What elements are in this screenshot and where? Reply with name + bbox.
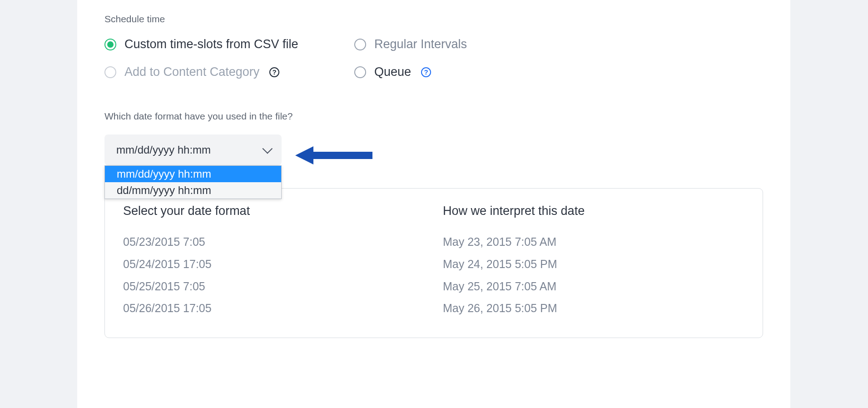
preview-interpreted-row: May 26, 2015 5:05 PM bbox=[443, 297, 744, 319]
chevron-down-icon bbox=[263, 144, 273, 154]
radio-queue[interactable]: Queue ? bbox=[354, 65, 763, 79]
arrow-left-icon bbox=[295, 145, 372, 165]
date-format-preview: Select your date format 05/23/2015 7:05 … bbox=[104, 188, 763, 338]
arrow-annotation bbox=[295, 145, 372, 165]
preview-col2-header: How we interpret this date bbox=[443, 204, 744, 218]
date-format-question: Which date format have you used in the f… bbox=[104, 111, 763, 122]
svg-marker-0 bbox=[295, 146, 372, 164]
radio-custom-csv[interactable]: Custom time-slots from CSV file bbox=[104, 37, 354, 51]
preview-interpreted-row: May 25, 2015 7:05 AM bbox=[443, 275, 744, 298]
dropdown-option[interactable]: mm/dd/yyyy hh:mm bbox=[105, 166, 281, 182]
date-format-dropdown[interactable]: mm/dd/yyyy hh:mm bbox=[104, 134, 282, 165]
radio-icon bbox=[354, 66, 366, 78]
radio-icon bbox=[354, 39, 366, 50]
schedule-card: Schedule time Custom time-slots from CSV… bbox=[77, 0, 790, 408]
preview-input-row: 05/23/2015 7:05 bbox=[123, 231, 425, 253]
radio-label: Regular Intervals bbox=[374, 37, 467, 51]
help-icon[interactable]: ? bbox=[269, 67, 279, 77]
dropdown-selected-value: mm/dd/yyyy hh:mm bbox=[116, 144, 211, 156]
preview-interpreted-row: May 23, 2015 7:05 AM bbox=[443, 231, 744, 253]
radio-icon-selected bbox=[104, 39, 116, 50]
dropdown-option[interactable]: dd/mm/yyyy hh:mm bbox=[105, 182, 281, 199]
date-format-dropdown-list: mm/dd/yyyy hh:mm dd/mm/yyyy hh:mm bbox=[104, 165, 282, 199]
radio-regular-intervals[interactable]: Regular Intervals bbox=[354, 37, 763, 51]
schedule-radio-group: Custom time-slots from CSV file Regular … bbox=[104, 37, 763, 79]
radio-content-category: Add to Content Category ? bbox=[104, 65, 354, 79]
preview-input-row: 05/24/2015 17:05 bbox=[123, 253, 425, 275]
preview-input-row: 05/26/2015 17:05 bbox=[123, 297, 425, 319]
section-label: Schedule time bbox=[104, 14, 763, 25]
preview-interpreted-row: May 24, 2015 5:05 PM bbox=[443, 253, 744, 275]
preview-col1-header: Select your date format bbox=[123, 204, 425, 218]
radio-dot-icon bbox=[107, 41, 114, 48]
radio-label: Queue bbox=[374, 65, 411, 79]
radio-label: Custom time-slots from CSV file bbox=[124, 37, 298, 51]
radio-label: Add to Content Category bbox=[124, 65, 259, 79]
radio-icon bbox=[104, 66, 116, 78]
preview-input-row: 05/25/2015 7:05 bbox=[123, 275, 425, 298]
date-format-dropdown-wrap: mm/dd/yyyy hh:mm mm/dd/yyyy hh:mm dd/mm/… bbox=[104, 134, 763, 165]
help-icon[interactable]: ? bbox=[421, 67, 431, 77]
